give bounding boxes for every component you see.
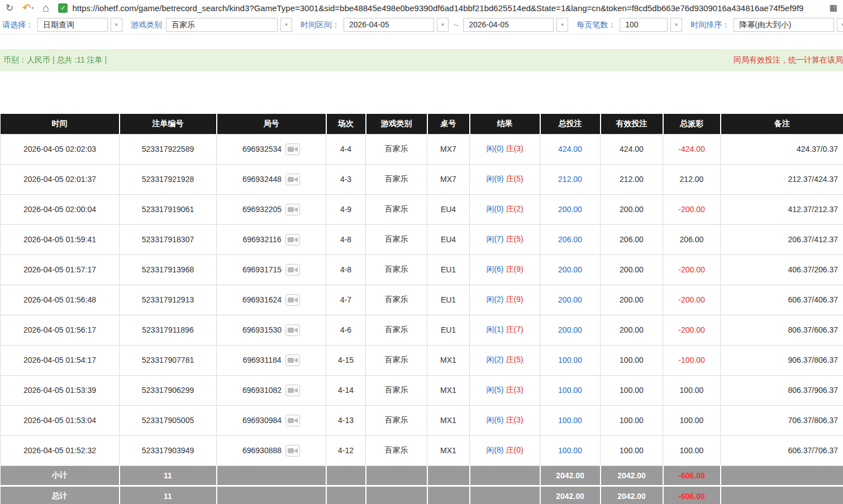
result-banker: 庄(0)	[506, 445, 523, 454]
currency-summary-text: 币别：人民币 | 总共 :11 注单 |	[3, 55, 107, 65]
replay-video-icon[interactable]	[285, 174, 300, 185]
total-bet-link[interactable]: 200.00	[558, 295, 582, 304]
total-valid-bet: 2042.00	[601, 486, 663, 504]
replay-video-icon[interactable]	[285, 354, 300, 366]
table-row: 2026-04-05 01:56:48 523317912913 6969316…	[1, 285, 843, 315]
qr-code-icon[interactable]: ▦	[830, 3, 837, 13]
page-size-value[interactable]: 100	[620, 18, 668, 32]
date-range-group: 时间区间： 2026-04-05 ▼ ~ 2026-04-05 ▼	[301, 18, 568, 32]
total-bet-link[interactable]: 200.00	[558, 205, 582, 214]
cell-bet-id: 523317919061	[120, 194, 217, 224]
date-from-dropdown-arrow[interactable]: ▼	[437, 18, 449, 32]
round-number: 696931184	[242, 356, 281, 364]
round-number: 696930984	[242, 416, 282, 425]
table-row: 2026-04-05 01:52:32 523317903949 6969308…	[1, 435, 843, 465]
replay-video-icon[interactable]	[285, 385, 300, 396]
cell-session: 4-8	[326, 224, 366, 255]
cell-round: 696932448	[217, 164, 326, 194]
cell-game-type: 百家乐	[366, 405, 427, 435]
address-bar[interactable]: ✓ https://iohetf.com/game/betrecord_sear…	[58, 3, 837, 13]
cell-game-type: 百家乐	[366, 194, 427, 224]
total-bet-link[interactable]: 200.00	[558, 325, 582, 334]
payout-value: -100.00	[678, 356, 704, 364]
date-separator: ~	[454, 21, 458, 30]
game-type-dropdown[interactable]: 百家乐 ▼	[166, 18, 292, 32]
cell-total-bet: 200.00	[540, 255, 601, 285]
cell-payout: 206.00	[663, 224, 721, 255]
reload-icon[interactable]: ↻	[6, 3, 13, 13]
replay-video-icon[interactable]	[285, 204, 300, 215]
cell-total-bet: 100.00	[540, 435, 601, 465]
cell-note: 806.37/906.37	[721, 375, 843, 405]
query-type-group: 请选择： 日期查询 ▼	[2, 18, 122, 32]
date-from-picker[interactable]: 2026-04-05 ▼	[344, 18, 449, 32]
back-button[interactable]: ↶ ▾	[22, 3, 34, 13]
site-security-badge-icon[interactable]: ✓	[58, 3, 68, 13]
table-header: 时间 注单编号 局号 场次 游戏类别 桌号 结果 总投注 有效投注 总派彩 备注	[1, 114, 843, 134]
cell-bet-id: 523317913968	[120, 255, 217, 285]
total-bet-link[interactable]: 206.00	[558, 235, 582, 244]
cell-game-type: 百家乐	[366, 345, 427, 375]
cell-total-bet: 200.00	[540, 285, 601, 315]
valid-bet-notice-text: 同局有效投注，统一计算在该局	[734, 55, 843, 65]
replay-video-icon[interactable]	[285, 445, 300, 457]
home-icon[interactable]: ⌂	[42, 2, 49, 13]
cell-valid-bet: 100.00	[601, 435, 663, 465]
total-payout: -606.00	[663, 486, 721, 504]
payout-value: 100.00	[680, 416, 704, 425]
replay-video-icon[interactable]	[285, 143, 300, 155]
replay-video-icon[interactable]	[285, 264, 300, 276]
cell-time: 2026-04-05 01:52:32	[1, 435, 120, 465]
round-number: 696932448	[242, 175, 282, 184]
sort-dropdown[interactable]: 降幂(由大到小) ▼	[734, 18, 843, 32]
sort-value[interactable]: 降幂(由大到小)	[734, 18, 834, 32]
total-label: 总计	[1, 486, 120, 504]
header-game-type: 游戏类别	[366, 114, 427, 134]
cell-session: 4-14	[326, 375, 366, 405]
total-row: 总计 11 2042.00 2042.00 -606.00	[1, 486, 843, 504]
subtotal-payout: -606.00	[663, 465, 721, 486]
total-bet-link[interactable]: 100.00	[558, 386, 582, 395]
total-bet-link[interactable]: 100.00	[558, 356, 582, 364]
cell-session: 4-13	[326, 405, 366, 435]
table-body: 2026-04-05 02:02:03 523317922589 6969325…	[1, 134, 843, 465]
replay-video-icon[interactable]	[285, 234, 300, 246]
date-to-picker[interactable]: 2026-04-05 ▼	[463, 18, 568, 32]
page-size-dropdown-arrow[interactable]: ▼	[670, 18, 682, 32]
cell-result: 闲(1)庄(7)	[470, 315, 540, 345]
cell-result: 闲(2)庄(9)	[470, 285, 540, 315]
total-bet-link[interactable]: 212.00	[558, 175, 582, 184]
result-banker: 庄(5)	[506, 234, 523, 243]
sort-dropdown-arrow[interactable]: ▼	[837, 18, 843, 32]
back-history-caret-icon[interactable]: ▾	[31, 6, 34, 11]
game-type-dropdown-arrow[interactable]: ▼	[280, 18, 292, 32]
game-type-value[interactable]: 百家乐	[166, 18, 278, 32]
date-to-value[interactable]: 2026-04-05	[463, 18, 554, 32]
cell-table: MX7	[427, 134, 470, 164]
filter-bar: 请选择： 日期查询 ▼ 游戏类别 百家乐 ▼ 时间区间： 2026-04-05 …	[0, 16, 843, 35]
bet-record-table: 时间 注单编号 局号 场次 游戏类别 桌号 结果 总投注 有效投注 总派彩 备注…	[0, 114, 843, 504]
result-banker: 庄(9)	[506, 295, 523, 304]
total-bet-link[interactable]: 100.00	[558, 446, 582, 455]
replay-video-icon[interactable]	[285, 294, 300, 306]
url-text[interactable]: https://iohetf.com/game/betrecord_search…	[72, 3, 821, 13]
replay-video-icon[interactable]	[285, 324, 300, 336]
cell-bet-id: 523317906299	[120, 375, 217, 405]
date-from-value[interactable]: 2026-04-05	[344, 18, 434, 32]
cell-table: EU4	[427, 194, 470, 224]
total-bet-link[interactable]: 100.00	[558, 416, 582, 425]
cell-note: 706.37/806.37	[721, 405, 843, 435]
cell-session: 4-9	[326, 194, 366, 224]
total-bet-link[interactable]: 424.00	[558, 145, 582, 153]
query-type-value[interactable]: 日期查询	[37, 18, 108, 32]
back-icon[interactable]: ↶	[22, 3, 31, 13]
cell-total-bet: 424.00	[540, 134, 601, 164]
cell-total-bet: 100.00	[540, 375, 601, 405]
query-type-dropdown[interactable]: 日期查询 ▼	[37, 18, 122, 32]
page-size-dropdown[interactable]: 100 ▼	[620, 18, 682, 32]
total-bet-link[interactable]: 200.00	[558, 265, 582, 274]
replay-video-icon[interactable]	[285, 415, 300, 426]
chevron-down-icon: ▼	[115, 23, 119, 27]
query-type-dropdown-arrow[interactable]: ▼	[111, 18, 122, 32]
date-to-dropdown-arrow[interactable]: ▼	[556, 18, 568, 32]
